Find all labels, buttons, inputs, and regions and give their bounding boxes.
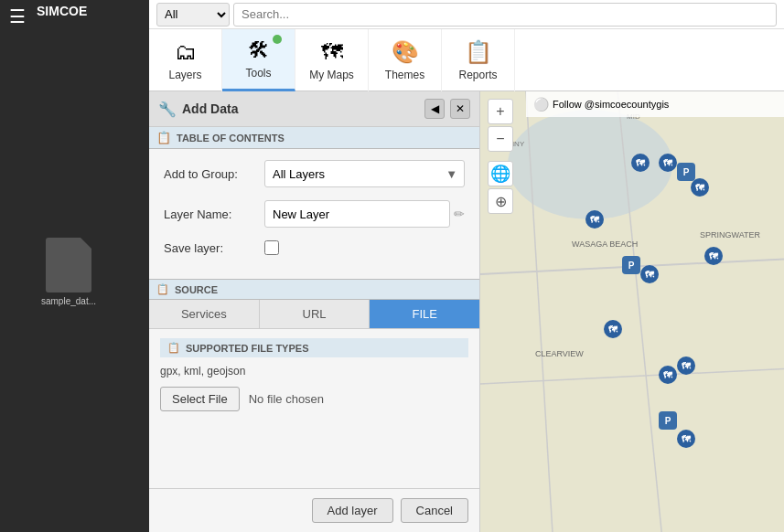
parking-marker-3: P [659,411,677,430]
github-bar[interactable]: ⚪ Follow @simcoecountygis [526,91,784,117]
tab-my-maps[interactable]: 🗺 My Maps [295,29,369,91]
add-to-group-select-wrap: All Layers Base Maps Custom ▼ [264,160,465,187]
panel-nav: ◀ ✕ [424,99,470,119]
tab-layers-label: Layers [168,69,201,81]
source-tabs: Services URL FILE [149,300,479,329]
panel-title: Add Data [182,101,238,116]
toc-label: TABLE OF CONTENTS [177,133,285,144]
add-data-panel: 🔧 Add Data ◀ ✕ 📋 TABLE OF CONTENTS Add t… [149,91,480,532]
add-to-group-row: Add to Group: All Layers Base Maps Custo… [164,160,465,187]
github-text: Follow @simcoecountygis [553,99,669,110]
panel-header-left: 🔧 Add Data [158,101,238,118]
map-marker-1: 🗺 [631,154,650,172]
my-maps-icon: 🗺 [321,39,343,65]
map-marker-8: 🗺 [677,356,695,375]
search-filter-dropdown[interactable]: All Layers Maps Services [156,3,230,27]
compass-button[interactable]: ⊕ [488,188,513,214]
tools-icon: 🛠 [248,37,270,63]
parking-marker-1: P [677,163,695,181]
tab-file[interactable]: FILE [370,300,479,328]
tab-themes[interactable]: 🎨 Themes [369,29,442,91]
app-logo: SIMCOE [37,4,87,18]
select-file-button[interactable]: Select File [160,387,240,411]
map-marker-5: 🗺 [704,247,723,265]
add-data-form: Add to Group: All Layers Base Maps Custo… [149,149,479,279]
panel-footer: Add layer Cancel [149,488,479,532]
supported-types-icon: 📋 [167,342,180,354]
search-bar: All Layers Maps Services [149,0,784,29]
panel-header: 🔧 Add Data ◀ ✕ [149,91,479,127]
layer-name-control: ✏ [264,200,465,228]
search-input[interactable] [233,3,777,27]
map-marker-6: 🗺 [640,265,659,283]
toc-icon: 📋 [156,131,171,144]
tab-layers[interactable]: 🗂 Layers [149,29,222,91]
zoom-out-button[interactable]: − [488,126,513,152]
layer-name-wrap: ✏ [264,200,465,228]
no-file-text: No file chosen [249,392,324,406]
wrench-icon: 🔧 [158,101,177,118]
reports-icon: 📋 [465,39,492,65]
map-marker-4: 🗺 [585,210,604,229]
map-marker-7: 🗺 [604,320,622,338]
tab-tools[interactable]: 🛠 Tools [222,29,295,91]
toc-section: 📋 TABLE OF CONTENTS [149,127,479,149]
tab-services[interactable]: Services [149,300,260,328]
left-sidebar: ☰ SIMCOE sample_dat... [0,0,149,532]
supported-types-header: 📋 SUPPORTED FILE TYPES [160,338,468,357]
svg-text:CLEARVIEW: CLEARVIEW [535,349,584,358]
source-label: SOURCE [175,284,218,295]
github-icon: ⚪ [533,97,549,112]
map-marker-10: 🗺 [677,430,695,448]
cancel-button[interactable]: Cancel [401,498,468,523]
file-shape [46,238,91,293]
save-layer-checkbox[interactable] [264,240,279,255]
file-preview: sample_dat... [37,238,101,306]
layer-name-label: Layer Name: [164,207,264,221]
panel-back-button[interactable]: ◀ [424,99,445,119]
layer-name-row: Layer Name: ✏ [164,200,465,228]
tab-reports-label: Reports [458,69,497,81]
layer-name-input[interactable] [264,200,450,228]
themes-icon: 🎨 [392,39,419,65]
supported-types-text: gpx, kml, geojson [160,365,468,378]
edit-icon[interactable]: ✏ [454,207,465,221]
map-marker-2: 🗺 [659,154,677,172]
tab-reports[interactable]: 📋 Reports [442,29,515,91]
zoom-in-button[interactable]: + [488,99,513,124]
map-controls: + − 🌐 ⊕ [480,91,521,221]
layers-icon: 🗂 [175,39,197,65]
svg-text:WASAGA BEACH: WASAGA BEACH [572,239,638,249]
save-layer-row: Save layer: [164,240,465,255]
supported-types-label: SUPPORTED FILE TYPES [186,343,308,354]
add-layer-button[interactable]: Add layer [312,498,393,523]
parking-marker-2: P [622,256,640,274]
tab-my-maps-label: My Maps [309,69,354,81]
hamburger-menu[interactable]: ☰ [9,5,26,27]
tab-themes-label: Themes [385,69,424,81]
add-to-group-dropdown[interactable]: All Layers Base Maps Custom [264,160,465,187]
map-marker-9: 🗺 [659,366,677,384]
nav-tabs: 🗂 Layers 🛠 Tools 🗺 My Maps 🎨 Themes 📋 Re… [149,29,784,91]
globe-button[interactable]: 🌐 [488,161,513,186]
file-label: sample_dat... [37,296,101,306]
map-marker-3: 🗺 [691,178,709,197]
file-upload-row: Select File No file chosen [160,387,468,411]
svg-text:SPRINGWATER: SPRINGWATER [700,230,761,239]
tab-url[interactable]: URL [260,300,371,328]
source-section: 📋 SOURCE [149,279,479,300]
source-icon: 📋 [156,283,169,295]
panel-close-button[interactable]: ✕ [450,99,470,119]
save-layer-label: Save layer: [164,241,264,255]
add-to-group-control: All Layers Base Maps Custom ▼ [264,160,465,187]
add-to-group-label: Add to Group: [164,167,264,181]
file-section: 📋 SUPPORTED FILE TYPES gpx, kml, geojson… [149,329,479,420]
tools-badge [273,35,282,44]
tab-tools-label: Tools [245,67,271,80]
